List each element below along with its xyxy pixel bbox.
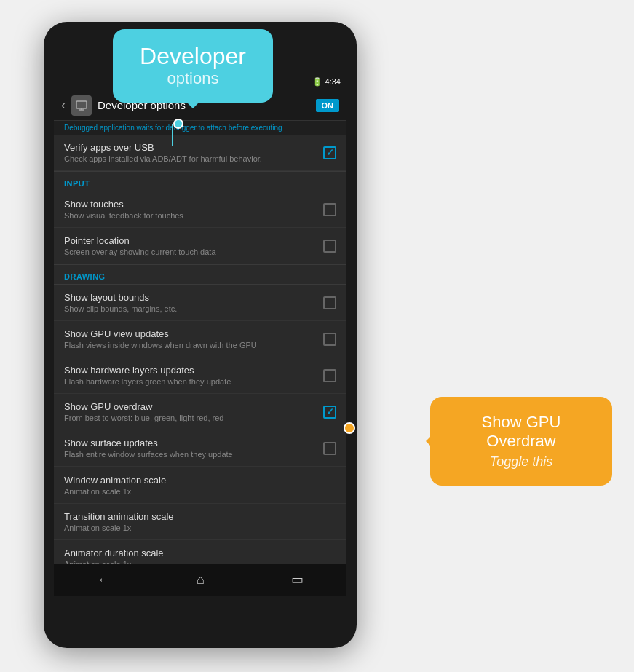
setting-hw-layers-subtitle: Flash hardware layers green when they up… [64,377,316,386]
back-chevron-icon[interactable]: ‹ [61,98,66,113]
setting-surface-updates-text: Show surface updates Flash entire window… [64,438,316,459]
setting-transition-animation-title: Transition animation scale [64,511,336,522]
setting-pointer-title: Pointer location [64,235,316,246]
setting-hw-layers[interactable]: Show hardware layers updates Flash hardw… [54,357,346,394]
tooltip-developer-subtitle: options [135,69,251,88]
tooltip-gpu-title: Show GPU Overdraw [451,413,592,451]
setting-surface-updates-subtitle: Flash entire window surfaces when they u… [64,450,316,459]
hw-layers-checkbox[interactable] [323,369,336,382]
setting-verify-apps[interactable]: Verify apps over USB Check apps installe… [54,135,346,171]
setting-surface-updates-title: Show surface updates [64,438,316,448]
setting-transition-animation-text: Transition animation scale Animation sca… [64,511,336,532]
tooltip-gpu-subtitle: Toggle this [451,454,592,470]
setting-show-touches-text: Show touches Show visual feedback for to… [64,199,316,220]
battery-icon: 🔋 [312,77,322,87]
back-button[interactable]: ← [97,572,110,588]
setting-layout-bounds-subtitle: Show clip bounds, margins, etc. [64,304,316,313]
settings-content: Verify apps over USB Check apps installe… [54,135,346,577]
show-touches-checkbox[interactable] [323,203,336,216]
setting-layout-bounds[interactable]: Show layout bounds Show clip bounds, mar… [54,285,346,321]
gpu-overdraw-pointer-dot [344,422,355,434]
setting-show-touches-title: Show touches [64,199,316,210]
section-header-input: INPUT [54,172,346,191]
verify-apps-checkbox[interactable] [323,146,336,159]
setting-surface-updates[interactable]: Show surface updates Flash entire window… [54,430,346,467]
setting-window-animation-title: Window animation scale [64,475,336,486]
svg-rect-0 [76,101,87,108]
tooltip-pointer-dot [173,119,183,129]
pointer-location-checkbox[interactable] [323,240,336,253]
setting-window-animation-text: Window animation scale Animation scale 1… [64,475,336,496]
gpu-overdraw-checkbox[interactable] [323,406,336,419]
setting-hw-layers-title: Show hardware layers updates [64,365,316,376]
tooltip-gpu-overdraw: Show GPU Overdraw Toggle this [430,397,612,486]
recents-button[interactable]: ▭ [291,572,304,588]
section-header-drawing: DRAWING [54,265,346,284]
setting-transition-animation[interactable]: Transition animation scale Animation sca… [54,504,346,540]
status-time: 4:34 [325,77,341,86]
setting-show-touches[interactable]: Show touches Show visual feedback for to… [54,191,346,228]
setting-window-animation[interactable]: Window animation scale Animation scale 1… [54,467,346,504]
setting-animator-duration-title: Animator duration scale [64,548,336,558]
layout-bounds-checkbox[interactable] [323,296,336,309]
phone-shell: 🔋 4:34 ‹ Developer options ON Debugged a… [44,22,357,648]
setting-gpu-view-title: Show GPU view updates [64,328,316,339]
developer-options-icon [71,95,92,116]
setting-layout-bounds-text: Show layout bounds Show clip bounds, mar… [64,292,316,313]
setting-gpu-view-text: Show GPU view updates Flash views inside… [64,328,316,349]
setting-gpu-view-subtitle: Flash views inside windows when drawn wi… [64,341,316,349]
setting-verify-apps-subtitle: Check apps installed via ADB/ADT for har… [64,154,316,163]
tooltip-developer-title: Developer [135,44,251,69]
surface-updates-checkbox[interactable] [323,442,336,455]
setting-gpu-overdraw-title: Show GPU overdraw [64,401,316,412]
setting-gpu-view[interactable]: Show GPU view updates Flash views inside… [54,321,346,357]
phone-screen: 🔋 4:34 ‹ Developer options ON Debugged a… [54,73,346,596]
setting-gpu-overdraw-text: Show GPU overdraw From best to worst: bl… [64,401,316,422]
setting-gpu-overdraw[interactable]: Show GPU overdraw From best to worst: bl… [54,394,346,430]
setting-layout-bounds-title: Show layout bounds [64,292,316,303]
setting-pointer-location[interactable]: Pointer location Screen overlay showing … [54,228,346,264]
setting-hw-layers-text: Show hardware layers updates Flash hardw… [64,365,316,386]
developer-toggle[interactable]: ON [316,99,340,112]
setting-show-touches-subtitle: Show visual feedback for touches [64,211,316,220]
setting-pointer-text: Pointer location Screen overlay showing … [64,235,316,256]
setting-transition-animation-subtitle: Animation scale 1x [64,523,336,532]
nav-bar: ← ⌂ ▭ [54,564,346,596]
home-button[interactable]: ⌂ [197,572,205,588]
setting-verify-apps-text: Verify apps over USB Check apps installe… [64,142,316,163]
tooltip-connector-line [172,124,173,146]
debug-text: Debugged application waits for debugger … [54,121,346,135]
gpu-view-checkbox[interactable] [323,333,336,346]
setting-gpu-overdraw-subtitle: From best to worst: blue, green, light r… [64,414,316,422]
setting-window-animation-subtitle: Animation scale 1x [64,487,336,496]
setting-pointer-subtitle: Screen overlay showing current touch dat… [64,248,316,256]
tooltip-developer: Developer options [113,29,273,103]
setting-verify-apps-title: Verify apps over USB [64,142,316,153]
